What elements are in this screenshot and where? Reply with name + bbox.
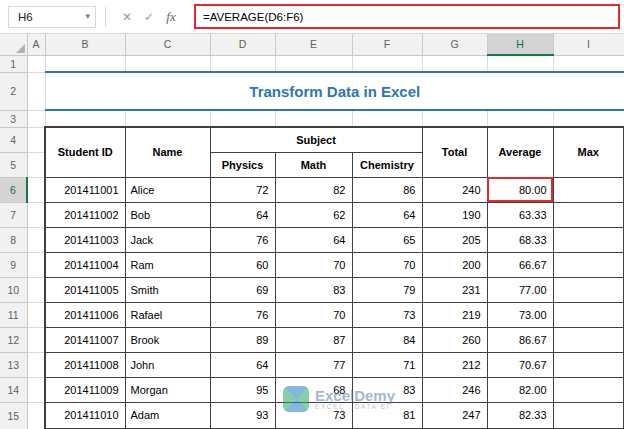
cell-chemistry[interactable]: 73 <box>352 302 422 327</box>
row-header-4[interactable]: 4 <box>0 127 27 152</box>
cancel-icon[interactable]: ✕ <box>116 10 138 24</box>
cell-name[interactable]: Brook <box>125 327 210 352</box>
cell-total[interactable]: 260 <box>422 327 487 352</box>
cell-math[interactable]: 70 <box>275 302 352 327</box>
cell-total[interactable]: 247 <box>422 402 487 429</box>
header-chemistry[interactable]: Chemistry <box>352 152 422 177</box>
column-header-f[interactable]: F <box>352 34 422 55</box>
header-physics[interactable]: Physics <box>210 152 275 177</box>
cell[interactable] <box>27 177 45 202</box>
cell-physics[interactable]: 76 <box>210 302 275 327</box>
cell[interactable] <box>45 110 125 127</box>
cell-name[interactable]: Jack <box>125 227 210 252</box>
cell[interactable] <box>352 55 422 72</box>
cell-student-id[interactable]: 201411007 <box>45 327 125 352</box>
cell-total[interactable]: 190 <box>422 202 487 227</box>
cell-math[interactable]: 82 <box>275 177 352 202</box>
cell-chemistry[interactable]: 65 <box>352 227 422 252</box>
cell-physics[interactable]: 89 <box>210 327 275 352</box>
cell[interactable] <box>210 110 275 127</box>
cell-max[interactable] <box>553 352 624 377</box>
row-header-5[interactable]: 5 <box>0 152 27 177</box>
cell[interactable] <box>125 55 210 72</box>
cell-chemistry[interactable]: 84 <box>352 327 422 352</box>
row-header-1[interactable]: 1 <box>0 55 27 72</box>
cell-max[interactable] <box>553 202 624 227</box>
row-header-15[interactable]: 15 <box>0 402 27 429</box>
cell[interactable] <box>45 55 125 72</box>
cell-chemistry[interactable]: 70 <box>352 252 422 277</box>
cell-total[interactable]: 240 <box>422 177 487 202</box>
cell[interactable] <box>27 377 45 402</box>
cell-max[interactable] <box>553 402 624 429</box>
cell-total[interactable]: 219 <box>422 302 487 327</box>
cell-student-id[interactable]: 201411001 <box>45 177 125 202</box>
cell-total[interactable]: 231 <box>422 277 487 302</box>
cell-physics[interactable]: 64 <box>210 202 275 227</box>
cell-average[interactable]: 86.67 <box>487 327 553 352</box>
row-header-11[interactable]: 11 <box>0 302 27 327</box>
cell-math[interactable]: 77 <box>275 352 352 377</box>
cell[interactable] <box>487 110 553 127</box>
cell-physics[interactable]: 93 <box>210 402 275 429</box>
cell-total[interactable]: 205 <box>422 227 487 252</box>
cell-student-id[interactable]: 201411002 <box>45 202 125 227</box>
column-header-a[interactable]: A <box>27 34 45 55</box>
cell-chemistry[interactable]: 83 <box>352 377 422 402</box>
header-max[interactable]: Max <box>553 127 624 177</box>
cell-average[interactable]: 82.00 <box>487 377 553 402</box>
cell-chemistry[interactable]: 64 <box>352 202 422 227</box>
name-box-dropdown-icon[interactable]: ▾ <box>85 12 90 21</box>
column-header-h-selected[interactable]: H <box>487 34 553 55</box>
row-header-8[interactable]: 8 <box>0 227 27 252</box>
cell-name[interactable]: John <box>125 352 210 377</box>
cell-math[interactable]: 73 <box>275 402 352 429</box>
sheet-title[interactable]: Transform Data in Excel <box>45 72 624 110</box>
cell-name[interactable]: Smith <box>125 277 210 302</box>
cell-math[interactable]: 70 <box>275 252 352 277</box>
cell[interactable] <box>553 110 624 127</box>
cell[interactable] <box>487 55 553 72</box>
cell-chemistry[interactable]: 86 <box>352 177 422 202</box>
cell-name[interactable]: Bob <box>125 202 210 227</box>
cell[interactable] <box>125 110 210 127</box>
cell[interactable] <box>27 72 45 110</box>
cell[interactable] <box>275 55 352 72</box>
cell-student-id[interactable]: 201411005 <box>45 277 125 302</box>
cell-student-id[interactable]: 201411006 <box>45 302 125 327</box>
cell-physics[interactable]: 76 <box>210 227 275 252</box>
cell-math[interactable]: 62 <box>275 202 352 227</box>
cell-physics[interactable]: 64 <box>210 352 275 377</box>
cell-average[interactable]: 68.33 <box>487 227 553 252</box>
cell-total[interactable]: 212 <box>422 352 487 377</box>
cell-max[interactable] <box>553 177 624 202</box>
cell-chemistry[interactable]: 81 <box>352 402 422 429</box>
row-header-6-selected[interactable]: 6 <box>0 177 27 202</box>
cell-name[interactable]: Adam <box>125 402 210 429</box>
cell[interactable] <box>27 302 45 327</box>
cell-student-id[interactable]: 201411004 <box>45 252 125 277</box>
cell-total[interactable]: 246 <box>422 377 487 402</box>
fx-icon[interactable]: fx <box>160 9 182 25</box>
cell-physics[interactable]: 60 <box>210 252 275 277</box>
cell-name[interactable]: Alice <box>125 177 210 202</box>
cell[interactable] <box>27 402 45 429</box>
cell[interactable] <box>553 55 624 72</box>
name-box[interactable]: H6 ▾ <box>8 6 96 28</box>
cell-physics[interactable]: 95 <box>210 377 275 402</box>
row-header-2[interactable]: 2 <box>0 72 27 110</box>
cell[interactable] <box>422 55 487 72</box>
cell-math[interactable]: 68 <box>275 377 352 402</box>
cell-math[interactable]: 64 <box>275 227 352 252</box>
cell[interactable] <box>422 110 487 127</box>
cell[interactable] <box>27 327 45 352</box>
select-all-corner[interactable] <box>0 34 27 55</box>
cell-name[interactable]: Morgan <box>125 377 210 402</box>
header-subject[interactable]: Subject <box>210 127 422 152</box>
cell[interactable] <box>352 110 422 127</box>
cell-student-id[interactable]: 201411009 <box>45 377 125 402</box>
column-header-b[interactable]: B <box>45 34 125 55</box>
cell[interactable] <box>27 55 45 72</box>
column-header-g[interactable]: G <box>422 34 487 55</box>
cell[interactable] <box>27 202 45 227</box>
